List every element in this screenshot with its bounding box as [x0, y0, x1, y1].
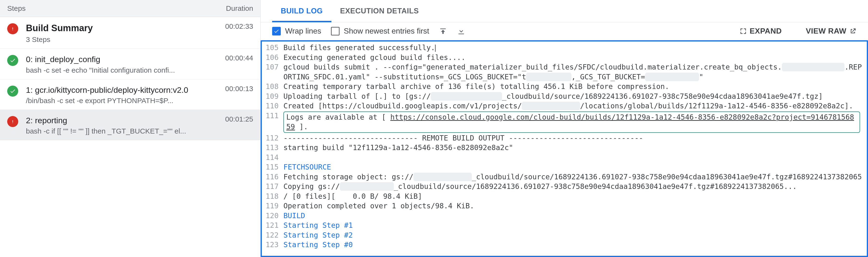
line-text: Operation completed over 1 objects/98.4 …: [283, 201, 867, 211]
view-raw-button[interactable]: VIEW RAW: [806, 27, 857, 35]
step-duration: 00:00:13: [220, 85, 253, 93]
checkbox-empty-icon: [331, 27, 340, 35]
line-number: 114: [262, 153, 283, 163]
log-line: 112------------------------------- REMOT…: [262, 133, 867, 143]
log-line: 120BUILD: [262, 211, 867, 221]
checkbox-checked-icon: [272, 27, 281, 35]
line-number: 118: [262, 192, 283, 201]
line-text: Starting Step #0: [283, 240, 867, 250]
check-icon: [7, 86, 18, 97]
download-icon[interactable]: [457, 27, 466, 35]
line-number: 122: [262, 230, 283, 240]
log-line: 118/ [0 files][ 0.0 B/ 98.4 KiB]: [262, 192, 867, 201]
summary-duration: 00:02:33: [220, 22, 253, 30]
line-text: FETCHSOURCE: [283, 162, 867, 172]
line-number: 107: [262, 62, 283, 72]
line-text: Uploading tarball of [.] to [gs://██████…: [283, 92, 867, 101]
log-line: 116Fetching storage object: gs://███████…: [262, 172, 867, 182]
line-number: 121: [262, 221, 283, 230]
line-text: BUILD: [283, 211, 867, 221]
log-line: 111Logs are available at [ https://conso…: [262, 111, 867, 133]
scroll-top-icon[interactable]: [439, 27, 447, 35]
line-text: Creating temporary tarball archive of 13…: [283, 82, 867, 92]
line-text: Copying gs://████████████_cloudbuild/sou…: [283, 182, 867, 192]
line-number: 110: [262, 101, 283, 111]
line-number: 123: [262, 240, 283, 250]
line-text: Build files generated successfully.: [283, 43, 867, 53]
log-line: 117Copying gs://████████████_cloudbuild/…: [262, 182, 867, 192]
logs-link-callout[interactable]: Logs are available at [ https://console.…: [283, 111, 860, 133]
wrap-lines-checkbox[interactable]: Wrap lines: [272, 27, 321, 35]
steps-header: Steps Duration: [0, 0, 260, 17]
expand-button[interactable]: EXPAND: [740, 27, 782, 35]
log-line: 109Uploading tarball of [.] to [gs://███…: [262, 92, 867, 101]
step-row-0[interactable]: 0: init_deploy_configbash -c set -e echo…: [0, 49, 260, 79]
newest-first-label: Show newest entries first: [344, 27, 429, 35]
line-text: Starting Step #1: [283, 221, 867, 230]
step-command: bash -c set -e echo "Initial configurati…: [26, 66, 220, 74]
step-row-2[interactable]: 2: reportingbash -c if [[ "" != "" ]] th…: [0, 110, 260, 140]
line-number: 117: [262, 182, 283, 192]
log-toolbar: Wrap lines Show newest entries first EXP…: [260, 22, 868, 40]
log-line: 107gcloud builds submit . --config="gene…: [262, 62, 867, 82]
line-number: 109: [262, 92, 283, 101]
log-line: 122Starting Step #2: [262, 230, 867, 240]
line-text: Created [https://cloudbuild.googleapis.c…: [283, 101, 867, 111]
build-summary-row[interactable]: Build Summary 3 Steps 00:02:33: [0, 17, 260, 49]
expand-icon: [740, 28, 747, 35]
step-duration: 00:00:44: [220, 54, 253, 62]
check-icon: [7, 55, 18, 66]
step-row-1[interactable]: 1: gcr.io/kittycorn-public/deploy-kittyc…: [0, 79, 260, 110]
line-text: ------------------------------- REMOTE B…: [283, 133, 867, 143]
newest-first-checkbox[interactable]: Show newest entries first: [331, 27, 429, 35]
line-number: 113: [262, 143, 283, 153]
tabs: BUILD LOG EXECUTION DETAILS: [260, 0, 868, 22]
external-link-icon: [849, 28, 857, 35]
line-number: 115: [262, 162, 283, 172]
step-title: 1: gcr.io/kittycorn-public/deploy-kittyc…: [26, 85, 220, 95]
line-text: starting build "12f1129a-1a12-4546-8356-…: [283, 143, 867, 153]
line-text: Starting Step #2: [283, 230, 867, 240]
line-text: Fetching storage object: gs://██████████…: [283, 172, 867, 182]
log-line: 121Starting Step #1: [262, 221, 867, 230]
log-line: 110Created [https://cloudbuild.googleapi…: [262, 101, 867, 111]
steps-sidebar: Steps Duration Build Summary 3 Steps 00:…: [0, 0, 260, 257]
log-line: 113starting build "12f1129a-1a12-4546-83…: [262, 143, 867, 153]
error-icon: [7, 23, 18, 34]
line-text: Executing generated gcloud build files..…: [283, 53, 867, 63]
log-line: 119Operation completed over 1 objects/98…: [262, 201, 867, 211]
step-command: /bin/bash -c set -e export PYTHONPATH=$P…: [26, 97, 220, 105]
line-number: 105: [262, 43, 283, 53]
log-line: 108Creating temporary tarball archive of…: [262, 82, 867, 92]
line-number: 111: [262, 111, 283, 121]
line-number: 108: [262, 82, 283, 92]
log-line: 115FETCHSOURCE: [262, 162, 867, 172]
tab-build-log[interactable]: BUILD LOG: [272, 0, 332, 22]
summary-title: Build Summary: [26, 22, 220, 34]
summary-steps-count: 3 Steps: [26, 35, 220, 44]
step-title: 0: init_deploy_config: [26, 54, 220, 64]
line-number: 112: [262, 133, 283, 143]
line-number: 106: [262, 53, 283, 63]
steps-col-header: Steps: [7, 4, 26, 12]
line-text: / [0 files][ 0.0 B/ 98.4 KiB]: [283, 192, 867, 201]
step-title: 2: reporting: [26, 115, 220, 126]
line-number: 119: [262, 201, 283, 211]
log-line: 106Executing generated gcloud build file…: [262, 53, 867, 63]
log-viewport[interactable]: 105Build files generated successfully.10…: [260, 40, 868, 257]
duration-col-header: Duration: [226, 4, 253, 12]
log-line: 123Starting Step #0: [262, 240, 867, 250]
log-line: 105Build files generated successfully.: [262, 43, 867, 53]
error-icon: [7, 116, 18, 127]
step-command: bash -c if [[ "" != "" ]] then _TGT_BUCK…: [26, 127, 220, 135]
line-number: 116: [262, 172, 283, 182]
log-panel: BUILD LOG EXECUTION DETAILS Wrap lines S…: [260, 0, 868, 257]
wrap-lines-label: Wrap lines: [285, 27, 321, 35]
line-text: gcloud builds submit . --config="generat…: [283, 62, 867, 82]
line-number: 120: [262, 211, 283, 221]
log-line: 114: [262, 153, 867, 163]
line-text: Logs are available at [ https://console.…: [283, 111, 867, 133]
tab-execution-details[interactable]: EXECUTION DETAILS: [332, 0, 427, 22]
step-duration: 00:01:25: [220, 115, 253, 123]
